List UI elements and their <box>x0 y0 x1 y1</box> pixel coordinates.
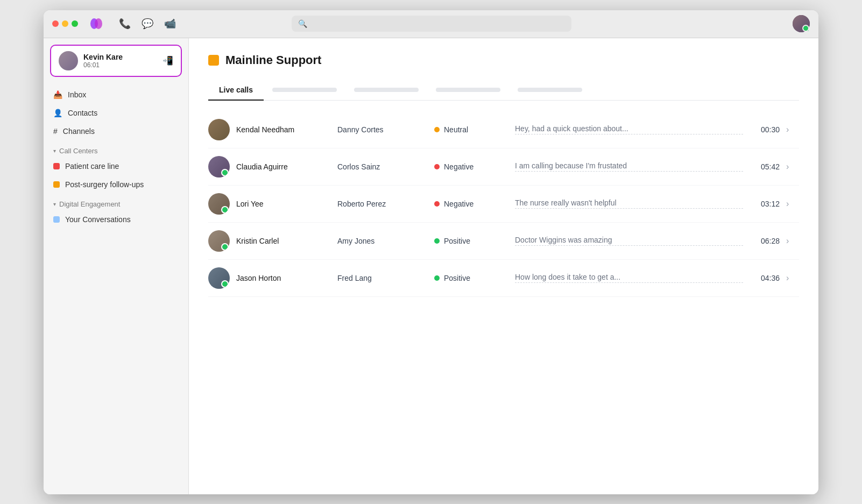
caller-avatar <box>208 119 230 140</box>
caller-name: Lori Yee <box>236 200 264 208</box>
end-call-icon[interactable]: 📲 <box>162 55 173 66</box>
sentiment-label: Positive <box>444 274 470 282</box>
tab-placeholder-4 <box>518 88 582 92</box>
digital-engagement-label: Digital Engagement <box>59 200 120 208</box>
maximize-button[interactable] <box>72 20 78 27</box>
arrow-icon: › <box>786 162 799 172</box>
active-call-avatar <box>59 51 78 70</box>
active-call-name: Kevin Kare <box>83 53 157 61</box>
caller-col: Kendal Needham <box>208 119 337 140</box>
time-col: 03:12 <box>743 200 786 208</box>
contacts-label: Contacts <box>68 109 97 117</box>
inbox-icon: 📥 <box>53 90 62 99</box>
sidebar-item-your-conversations[interactable]: Your Conversations <box>44 210 188 229</box>
active-call-timer: 06:01 <box>83 61 157 69</box>
call-centers-section-header[interactable]: ▾ Call Centers <box>44 140 188 157</box>
active-call-card[interactable]: Kevin Kare 06:01 📲 <box>50 45 182 77</box>
tab-placeholder-3 <box>436 88 500 92</box>
time-col: 06:28 <box>743 237 786 245</box>
tab-placeholder-1 <box>272 88 337 92</box>
channels-icon: # <box>53 127 58 136</box>
sidebar-item-channels[interactable]: # Channels <box>44 122 188 140</box>
time-col: 04:36 <box>743 274 786 282</box>
user-avatar[interactable] <box>793 15 810 32</box>
caller-col: Jason Horton <box>208 267 337 289</box>
sentiment-label: Negative <box>444 162 474 171</box>
post-surgery-dot <box>53 181 60 188</box>
arrow-icon: › <box>786 273 799 283</box>
caller-col: Kristin Carlel <box>208 230 337 252</box>
agent-col: Amy Jones <box>337 237 434 245</box>
sidebar-item-contacts[interactable]: 👤 Contacts <box>44 104 188 122</box>
page-title-dot <box>208 55 219 66</box>
sentiment-dot <box>434 275 440 281</box>
sidebar-item-inbox[interactable]: 📥 Inbox <box>44 86 188 104</box>
arrow-icon: › <box>786 199 799 209</box>
sentiment-col: Negative <box>434 200 515 208</box>
close-button[interactable] <box>52 20 59 27</box>
agent-col: Corlos Sainz <box>337 162 434 171</box>
snippet-col: I am calling because I'm frustated <box>515 161 743 172</box>
time-col: 00:30 <box>743 125 786 134</box>
caller-name: Jason Horton <box>236 274 281 282</box>
snippet-col: How long does it take to get a... <box>515 273 743 283</box>
contacts-icon: 👤 <box>53 109 62 117</box>
snippet-col: Hey, had a quick question about... <box>515 124 743 134</box>
sidebar-item-patient-care[interactable]: Patient care line <box>44 157 188 175</box>
content-area: Mainline Support Live calls Kendal Needh… <box>189 38 818 494</box>
tab-placeholder-2 <box>354 88 419 92</box>
table-row[interactable]: Claudia Aguirre Corlos Sainz Negative I … <box>208 148 799 186</box>
caller-name: Kristin Carlel <box>236 237 279 245</box>
caller-name: Claudia Aguirre <box>236 162 288 171</box>
snippet-col: The nurse really wasn't helpful <box>515 198 743 209</box>
caller-avatar <box>208 267 230 289</box>
your-conversations-label: Your Conversations <box>65 215 131 224</box>
arrow-icon: › <box>786 236 799 246</box>
table-row[interactable]: Kristin Carlel Amy Jones Positive Doctor… <box>208 223 799 260</box>
active-call-info: Kevin Kare 06:01 <box>83 53 157 69</box>
channels-label: Channels <box>63 127 95 136</box>
traffic-lights <box>52 20 78 27</box>
tab-live-calls[interactable]: Live calls <box>208 80 264 101</box>
patient-care-dot <box>53 163 60 169</box>
minimize-button[interactable] <box>62 20 68 27</box>
video-icon[interactable]: 📹 <box>164 18 176 30</box>
caller-name: Kendal Needham <box>236 125 294 134</box>
sentiment-label: Negative <box>444 200 474 208</box>
phone-icon[interactable]: 📞 <box>119 18 131 30</box>
sentiment-col: Negative <box>434 162 515 171</box>
table-row[interactable]: Jason Horton Fred Lang Positive How long… <box>208 260 799 297</box>
chevron-down-icon: ▾ <box>53 148 56 154</box>
caller-col: Lori Yee <box>208 193 337 215</box>
sentiment-label: Neutral <box>444 125 468 134</box>
titlebar-actions: 📞 💬 📹 <box>119 18 176 30</box>
caller-avatar <box>208 156 230 178</box>
digital-engagement-section-header[interactable]: ▾ Digital Engagement <box>44 194 188 210</box>
app-window: 📞 💬 📹 🔍 Kevin Kare 06:01 📲 <box>44 10 818 494</box>
call-centers-label: Call Centers <box>59 147 98 155</box>
svg-point-1 <box>95 18 102 29</box>
table-row[interactable]: Lori Yee Roberto Perez Negative The nurs… <box>208 186 799 223</box>
your-conversations-dot <box>53 216 60 223</box>
caller-avatar <box>208 193 230 215</box>
table-row[interactable]: Kendal Needham Danny Cortes Neutral Hey,… <box>208 111 799 148</box>
sentiment-col: Positive <box>434 237 515 245</box>
calls-table: Kendal Needham Danny Cortes Neutral Hey,… <box>208 111 799 297</box>
main-layout: Kevin Kare 06:01 📲 📥 Inbox 👤 Contacts # … <box>44 38 818 494</box>
inbox-label: Inbox <box>68 90 86 99</box>
arrow-icon: › <box>786 125 799 134</box>
titlebar: 📞 💬 📹 🔍 <box>44 10 818 38</box>
chat-icon[interactable]: 💬 <box>142 18 153 30</box>
sentiment-dot <box>434 201 440 207</box>
post-surgery-label: Post-surgery follow-ups <box>65 180 144 189</box>
patient-care-label: Patient care line <box>65 162 119 171</box>
page-header: Mainline Support <box>208 53 799 67</box>
sentiment-col: Positive <box>434 274 515 282</box>
search-bar[interactable]: 🔍 <box>292 16 571 32</box>
time-col: 05:42 <box>743 162 786 171</box>
sentiment-dot <box>434 127 440 132</box>
chevron-down-icon-2: ▾ <box>53 201 56 207</box>
app-logo-icon <box>89 16 104 31</box>
sentiment-dot <box>434 164 440 169</box>
sidebar-item-post-surgery[interactable]: Post-surgery follow-ups <box>44 175 188 194</box>
